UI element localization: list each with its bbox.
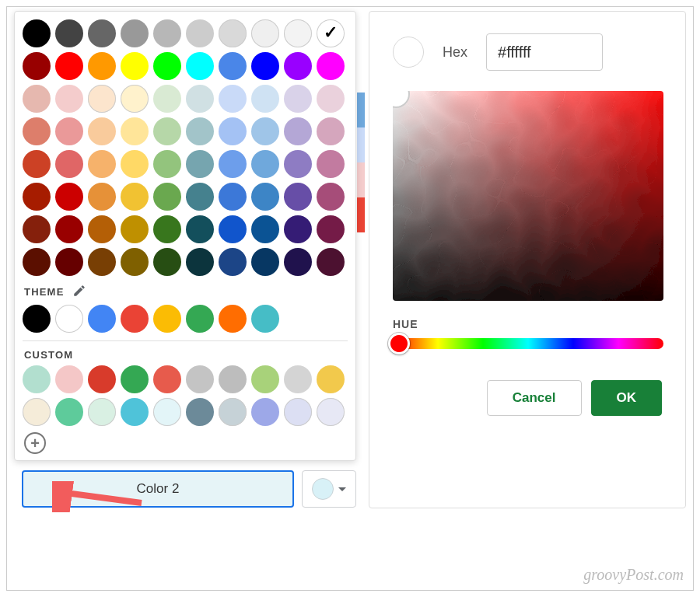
color-swatch[interactable] xyxy=(284,183,312,211)
color-swatch[interactable] xyxy=(251,248,279,276)
color-swatch[interactable] xyxy=(251,398,279,426)
color-2-swatch-dropdown[interactable] xyxy=(302,470,356,508)
color-swatch[interactable] xyxy=(186,85,214,113)
color-swatch[interactable] xyxy=(251,183,279,211)
color-swatch[interactable] xyxy=(55,52,83,80)
hex-input[interactable] xyxy=(486,33,603,71)
hue-slider-thumb[interactable] xyxy=(388,333,410,354)
color-swatch[interactable] xyxy=(219,305,247,333)
color-swatch[interactable] xyxy=(317,183,345,211)
color-swatch[interactable] xyxy=(23,85,51,113)
color-swatch[interactable] xyxy=(251,215,279,243)
color-swatch[interactable] xyxy=(153,183,181,211)
color-swatch[interactable] xyxy=(121,19,149,47)
color-swatch[interactable] xyxy=(251,365,279,393)
color-swatch[interactable] xyxy=(23,365,51,393)
color-swatch[interactable] xyxy=(88,85,116,113)
color-swatch[interactable] xyxy=(88,215,116,243)
color-swatch[interactable] xyxy=(55,398,83,426)
color-swatch[interactable] xyxy=(317,52,345,80)
color-swatch[interactable] xyxy=(88,183,116,211)
color-swatch[interactable] xyxy=(121,183,149,211)
color-swatch[interactable] xyxy=(55,19,83,47)
color-swatch[interactable] xyxy=(219,117,247,145)
color-swatch[interactable] xyxy=(317,85,345,113)
color-swatch[interactable] xyxy=(121,85,149,113)
hue-slider[interactable] xyxy=(393,338,663,349)
color-swatch[interactable] xyxy=(55,215,83,243)
color-swatch[interactable] xyxy=(88,19,116,47)
color-swatch[interactable] xyxy=(23,117,51,145)
color-swatch[interactable] xyxy=(219,248,247,276)
color-swatch[interactable] xyxy=(55,117,83,145)
pencil-icon[interactable] xyxy=(72,284,86,300)
color-swatch[interactable] xyxy=(284,398,312,426)
color-swatch[interactable] xyxy=(186,398,214,426)
color-swatch[interactable] xyxy=(219,19,247,47)
color-swatch[interactable] xyxy=(219,215,247,243)
color-swatch[interactable] xyxy=(121,305,149,333)
color-swatch[interactable] xyxy=(121,398,149,426)
color-swatch[interactable] xyxy=(251,117,279,145)
color-swatch[interactable] xyxy=(121,215,149,243)
color-swatch[interactable] xyxy=(23,398,51,426)
color-swatch[interactable] xyxy=(88,398,116,426)
color-swatch[interactable] xyxy=(153,215,181,243)
color-swatch[interactable] xyxy=(23,305,51,333)
color-swatch[interactable] xyxy=(186,19,214,47)
color-swatch[interactable] xyxy=(251,19,279,47)
color-swatch[interactable] xyxy=(121,365,149,393)
color-swatch[interactable] xyxy=(55,183,83,211)
color-swatch[interactable] xyxy=(153,150,181,178)
color-swatch[interactable] xyxy=(121,150,149,178)
color-swatch[interactable] xyxy=(55,85,83,113)
color-swatch[interactable] xyxy=(186,305,214,333)
color-swatch[interactable] xyxy=(23,215,51,243)
color-swatch[interactable] xyxy=(186,52,214,80)
color-swatch[interactable] xyxy=(284,365,312,393)
color-swatch[interactable] xyxy=(317,117,345,145)
color-2-chip[interactable]: Color 2 xyxy=(22,470,294,508)
color-swatch[interactable] xyxy=(23,52,51,80)
color-swatch[interactable] xyxy=(23,19,51,47)
color-swatch[interactable] xyxy=(55,248,83,276)
color-swatch[interactable] xyxy=(88,150,116,178)
color-swatch[interactable] xyxy=(284,150,312,178)
color-swatch[interactable] xyxy=(153,19,181,47)
color-swatch[interactable] xyxy=(186,215,214,243)
color-swatch[interactable] xyxy=(186,117,214,145)
color-swatch[interactable] xyxy=(317,19,345,47)
color-swatch[interactable] xyxy=(219,398,247,426)
color-swatch[interactable] xyxy=(88,365,116,393)
color-swatch[interactable] xyxy=(153,365,181,393)
color-swatch[interactable] xyxy=(219,150,247,178)
color-swatch[interactable] xyxy=(23,150,51,178)
color-swatch[interactable] xyxy=(219,52,247,80)
color-swatch[interactable] xyxy=(55,365,83,393)
color-swatch[interactable] xyxy=(23,248,51,276)
color-swatch[interactable] xyxy=(153,398,181,426)
color-swatch[interactable] xyxy=(186,183,214,211)
color-swatch[interactable] xyxy=(121,248,149,276)
color-swatch[interactable] xyxy=(317,248,345,276)
color-swatch[interactable] xyxy=(284,52,312,80)
color-swatch[interactable] xyxy=(186,365,214,393)
color-swatch[interactable] xyxy=(251,305,279,333)
color-swatch[interactable] xyxy=(55,305,83,333)
color-swatch[interactable] xyxy=(317,215,345,243)
color-swatch[interactable] xyxy=(88,305,116,333)
color-swatch[interactable] xyxy=(88,248,116,276)
color-swatch[interactable] xyxy=(284,19,312,47)
color-swatch[interactable] xyxy=(153,305,181,333)
color-swatch[interactable] xyxy=(186,150,214,178)
saturation-value-field[interactable] xyxy=(393,91,663,301)
color-swatch[interactable] xyxy=(317,398,345,426)
color-swatch[interactable] xyxy=(153,85,181,113)
color-swatch[interactable] xyxy=(284,248,312,276)
color-swatch[interactable] xyxy=(317,150,345,178)
color-swatch[interactable] xyxy=(317,365,345,393)
color-swatch[interactable] xyxy=(219,85,247,113)
color-swatch[interactable] xyxy=(153,248,181,276)
color-swatch[interactable] xyxy=(88,52,116,80)
color-swatch[interactable] xyxy=(219,183,247,211)
